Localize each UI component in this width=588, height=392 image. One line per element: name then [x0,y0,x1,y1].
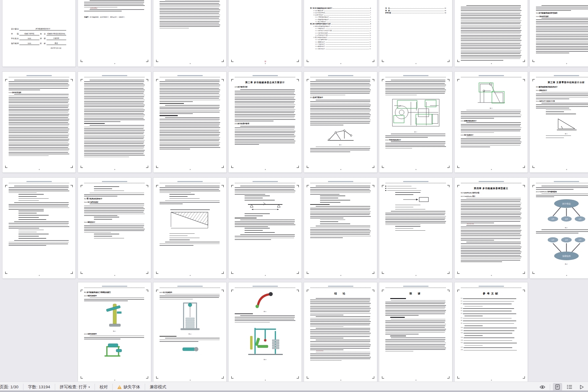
blank-page[interactable] [229,0,302,67]
chapter2-mech-page[interactable]: 图2.32.3.2 蹬腿训练机构设计2.3.3 臂力机构设计 [455,72,528,172]
intro-page-5[interactable] [153,72,226,172]
formula-line [18,198,49,199]
formula-line [245,232,275,233]
text-line [165,105,220,106]
toc-entry[interactable]: 2.3.2 蹬腿训练机构设计8 [310,18,371,20]
toc-entry[interactable]: 参考文献24 [385,11,446,14]
form-field-value[interactable]: 机械工程学院 [19,33,39,35]
formula-line [320,202,341,203]
toc-entry[interactable]: 3.1.3 连杆直径的选择10 [310,31,371,34]
calc-page-4[interactable] [379,178,452,278]
chapter2-layout-page[interactable]: 图2.22.3.1 手臂训练机构设计 [379,72,452,172]
model-frame-page[interactable]: 4.2 多功能健身器的三维模型的建立4.2.1 框架结构部件 图4.34.2.2… [78,282,151,382]
abstract-en-page[interactable] [153,0,226,67]
text-line [160,88,219,89]
toc-entry[interactable]: 3.1.4 弹簧的设计计算10 [310,34,371,36]
toc-page-2[interactable]: 结 论22致 谢23参考文献24 [379,0,452,67]
reference-entry: [1] [461,298,521,299]
outline-view-button[interactable] [565,383,574,391]
form-field-value[interactable]: 机械设计制造及其自动化 [47,33,66,35]
toc-entry[interactable]: 2.3 总体方案设计7 [310,14,371,16]
form-field-value[interactable]: 多功能健身器的设计 [19,28,66,30]
text-line [541,193,588,194]
form-field-value[interactable]: 21级X班 [47,37,66,40]
running-header-text [403,181,428,182]
toc-entry[interactable]: 致 谢23 [385,9,446,11]
text-line [235,138,295,138]
calc-page-3[interactable] [304,178,377,278]
calc-page-2[interactable]: 3.2 臂力机构及机架设计3.2.1 设计材料的选定3.2.2 横梁的设计 [78,178,151,278]
text-line [461,131,520,131]
text-line [461,28,520,29]
title-page[interactable]: 设计题目多功能健身器的设计学 院机械工程学院专 业机械设计制造及其自动化学生姓名… [2,0,75,67]
text-line [9,99,69,99]
toc-entry[interactable]: 3.2.1 设计材料的选定12 [310,38,371,40]
document-canvas[interactable]: 设计题目多功能健身器的设计学 院机械工程学院专 业机械设计制造及其自动化学生姓名… [0,0,588,382]
reference-entry [461,335,521,336]
eye-protect-button[interactable] [538,383,547,391]
text-line [536,43,588,43]
text-line [235,136,295,136]
toc-entry[interactable]: 3.2.3 支架的设计12 [310,43,371,45]
title-form-row: 设计题目多功能健身器的设计 [11,28,67,30]
margin-corner-mark [81,185,83,187]
chapter2-page-2[interactable]: 2.3 总体方案设计 图2.1 [304,72,377,172]
beam-calc-page[interactable] [229,178,302,278]
chapter2-page[interactable]: 第二章 多功能健身器总体方案设计2.1 设计需求分析2.2 设计的基本要求 [229,72,302,172]
references-page[interactable]: 参考文献[1][1][2][4][5][5][7][8][9][10][11][… [455,282,528,382]
chapter3-page[interactable]: 第三章 主要零部件结构设计分析3.1 健身器蹬腿训练机构设计3.1.1 踏板的设… [530,72,588,172]
toc-page-1[interactable]: 第二章 多功能健身器总体方案设计62.1 设计需求分析62.2 设计的基本要求6… [304,0,377,67]
model-assembly-page[interactable]: 图4.5 图4.6 [229,282,302,382]
intro-page-4[interactable] [78,72,151,172]
text-line [461,17,521,18]
margin-corner-mark [146,185,148,187]
toc-entry[interactable]: 3.1.1 踏板的设计9 [310,27,371,29]
form-field-value[interactable]: XXX [19,38,39,40]
form-field-value[interactable]: 教授 [47,42,66,45]
read-mode-button[interactable] [577,383,586,391]
toc-dot-leader [326,42,369,42]
conclusion-page[interactable]: 结 论 [304,282,377,382]
shear-diagram-page[interactable] [153,178,226,278]
toc-entry[interactable]: 结 论22 [385,7,446,9]
chapter4-page[interactable]: 第四章 多功能健身器模型建立4.1 SolidWorks 软件介绍4.1.1 S… [455,178,528,278]
toc-entry[interactable]: 第二章 多功能健身器总体方案设计6 [310,7,371,9]
toc-entry[interactable]: 3.2.5 滑轮的设计15 [310,47,371,49]
toc-entry[interactable]: 3.2.2 横梁的设计12 [310,40,371,42]
toc-entry[interactable]: 3.2 臂力机构及机架设计12 [310,36,371,38]
intro-page-1[interactable] [455,0,528,67]
form-field-value[interactable]: XXX [19,42,39,45]
text-line [160,98,219,99]
calc-page-1[interactable] [2,178,75,278]
abstract-cn-page[interactable]: 关键字：多功能健身器、总体方案设计、模块化设计、结构设计。 [78,0,151,67]
toc-page-number: 14 [370,46,371,47]
model-pull-page[interactable]: 4.2.3 拉力结构部件 图4.4 [153,282,226,382]
acknowledgement-page[interactable]: 致 谢 [379,282,452,382]
toc-entry-title: 3.2.2 横梁的设计 [315,41,325,43]
text-line [461,142,521,142]
toc-entry[interactable]: 3.1 健身器蹬腿训练机构设计9 [310,25,371,27]
section-heading: 3.1 健身器蹬腿训练机构设计 [536,86,588,88]
toc-entry[interactable]: 第三章 主要零部件结构设计分析9 [310,22,371,25]
toc-page-number: 6 [370,10,371,11]
toc-entry[interactable]: 2.3.1 手臂训练机构设计8 [310,16,371,18]
assembly-drawing [246,353,285,358]
toc-entry[interactable]: 2.3.3 臂力机构设计8 [310,20,371,22]
paragraph-text [160,186,220,193]
margin-corner-mark [81,376,83,378]
toc-entry[interactable]: 2.1 设计需求分析6 [310,9,371,11]
intro-page-3[interactable]: 1.2.2 国外研究现状 [2,72,75,172]
paragraph-text [160,80,220,102]
text-line [464,345,483,346]
toc-entry[interactable]: 3.1.2 各杆长尺寸的设计计算9 [310,29,371,31]
page-view-button[interactable] [553,383,562,391]
toc-entry[interactable]: 3.2.4 配重的设计14 [310,45,371,47]
text-line [160,113,193,114]
text-line [9,151,69,151]
toc-entry[interactable]: 2.2 设计的基本要求6 [310,11,371,14]
svg-text:元件: 元件 [565,239,568,241]
toc-entry-title: 第二章 多功能健身器总体方案设计 [310,7,332,9]
solidworks-flow-page[interactable]: 4.1.2 SolidWorks 软件建模流程 设计信息 元件 元件 元件图4.… [530,178,588,278]
intro-page-2[interactable]: 1.2 多功能健身器的研究现状1.2.1 国内研究现状 [530,0,588,67]
margin-corner-mark [523,79,525,81]
